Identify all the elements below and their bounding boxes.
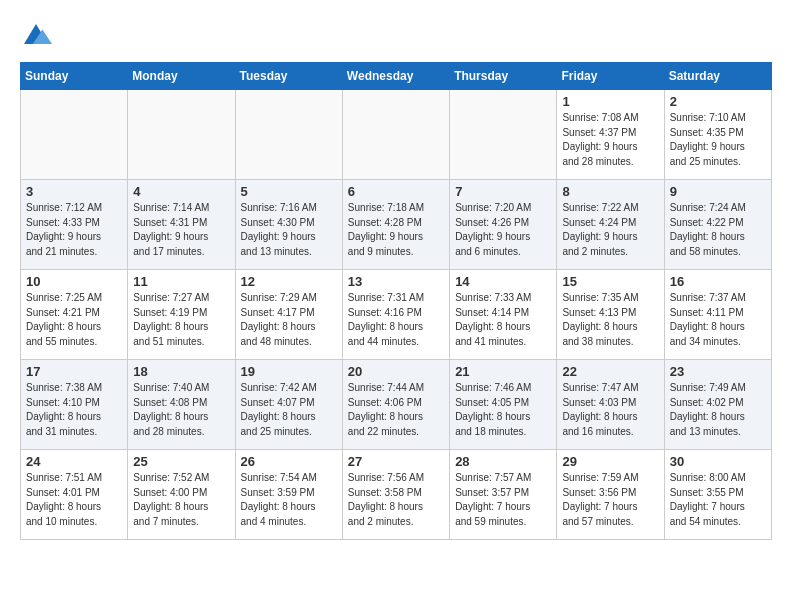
calendar-week: 17Sunrise: 7:38 AM Sunset: 4:10 PM Dayli… [21, 360, 772, 450]
day-number: 10 [26, 274, 122, 289]
day-info: Sunrise: 8:00 AM Sunset: 3:55 PM Dayligh… [670, 471, 766, 529]
calendar-day: 5Sunrise: 7:16 AM Sunset: 4:30 PM Daylig… [235, 180, 342, 270]
day-info: Sunrise: 7:51 AM Sunset: 4:01 PM Dayligh… [26, 471, 122, 529]
calendar-body: 1Sunrise: 7:08 AM Sunset: 4:37 PM Daylig… [21, 90, 772, 540]
day-number: 4 [133, 184, 229, 199]
day-info: Sunrise: 7:54 AM Sunset: 3:59 PM Dayligh… [241, 471, 337, 529]
day-info: Sunrise: 7:16 AM Sunset: 4:30 PM Dayligh… [241, 201, 337, 259]
calendar: SundayMondayTuesdayWednesdayThursdayFrid… [20, 62, 772, 540]
calendar-day: 3Sunrise: 7:12 AM Sunset: 4:33 PM Daylig… [21, 180, 128, 270]
day-info: Sunrise: 7:20 AM Sunset: 4:26 PM Dayligh… [455, 201, 551, 259]
day-number: 2 [670, 94, 766, 109]
day-info: Sunrise: 7:59 AM Sunset: 3:56 PM Dayligh… [562, 471, 658, 529]
day-number: 25 [133, 454, 229, 469]
day-number: 8 [562, 184, 658, 199]
day-info: Sunrise: 7:57 AM Sunset: 3:57 PM Dayligh… [455, 471, 551, 529]
calendar-day: 25Sunrise: 7:52 AM Sunset: 4:00 PM Dayli… [128, 450, 235, 540]
calendar-day: 29Sunrise: 7:59 AM Sunset: 3:56 PM Dayli… [557, 450, 664, 540]
calendar-day: 6Sunrise: 7:18 AM Sunset: 4:28 PM Daylig… [342, 180, 449, 270]
page-header [20, 20, 772, 52]
day-info: Sunrise: 7:29 AM Sunset: 4:17 PM Dayligh… [241, 291, 337, 349]
day-info: Sunrise: 7:22 AM Sunset: 4:24 PM Dayligh… [562, 201, 658, 259]
calendar-day [450, 90, 557, 180]
day-number: 3 [26, 184, 122, 199]
calendar-week: 1Sunrise: 7:08 AM Sunset: 4:37 PM Daylig… [21, 90, 772, 180]
day-info: Sunrise: 7:35 AM Sunset: 4:13 PM Dayligh… [562, 291, 658, 349]
day-info: Sunrise: 7:38 AM Sunset: 4:10 PM Dayligh… [26, 381, 122, 439]
day-info: Sunrise: 7:31 AM Sunset: 4:16 PM Dayligh… [348, 291, 444, 349]
calendar-day: 13Sunrise: 7:31 AM Sunset: 4:16 PM Dayli… [342, 270, 449, 360]
calendar-day: 11Sunrise: 7:27 AM Sunset: 4:19 PM Dayli… [128, 270, 235, 360]
day-number: 15 [562, 274, 658, 289]
day-number: 6 [348, 184, 444, 199]
day-info: Sunrise: 7:52 AM Sunset: 4:00 PM Dayligh… [133, 471, 229, 529]
weekday-header: Monday [128, 63, 235, 90]
calendar-day: 28Sunrise: 7:57 AM Sunset: 3:57 PM Dayli… [450, 450, 557, 540]
day-number: 7 [455, 184, 551, 199]
logo [20, 20, 56, 52]
calendar-day: 2Sunrise: 7:10 AM Sunset: 4:35 PM Daylig… [664, 90, 771, 180]
day-info: Sunrise: 7:46 AM Sunset: 4:05 PM Dayligh… [455, 381, 551, 439]
calendar-day: 17Sunrise: 7:38 AM Sunset: 4:10 PM Dayli… [21, 360, 128, 450]
day-info: Sunrise: 7:14 AM Sunset: 4:31 PM Dayligh… [133, 201, 229, 259]
day-number: 18 [133, 364, 229, 379]
calendar-day: 9Sunrise: 7:24 AM Sunset: 4:22 PM Daylig… [664, 180, 771, 270]
calendar-day: 7Sunrise: 7:20 AM Sunset: 4:26 PM Daylig… [450, 180, 557, 270]
day-number: 21 [455, 364, 551, 379]
day-number: 20 [348, 364, 444, 379]
day-number: 16 [670, 274, 766, 289]
calendar-day: 15Sunrise: 7:35 AM Sunset: 4:13 PM Dayli… [557, 270, 664, 360]
calendar-day [21, 90, 128, 180]
day-info: Sunrise: 7:18 AM Sunset: 4:28 PM Dayligh… [348, 201, 444, 259]
calendar-day: 4Sunrise: 7:14 AM Sunset: 4:31 PM Daylig… [128, 180, 235, 270]
day-info: Sunrise: 7:49 AM Sunset: 4:02 PM Dayligh… [670, 381, 766, 439]
day-info: Sunrise: 7:44 AM Sunset: 4:06 PM Dayligh… [348, 381, 444, 439]
day-number: 12 [241, 274, 337, 289]
day-info: Sunrise: 7:24 AM Sunset: 4:22 PM Dayligh… [670, 201, 766, 259]
calendar-day: 22Sunrise: 7:47 AM Sunset: 4:03 PM Dayli… [557, 360, 664, 450]
day-info: Sunrise: 7:25 AM Sunset: 4:21 PM Dayligh… [26, 291, 122, 349]
day-number: 14 [455, 274, 551, 289]
day-number: 22 [562, 364, 658, 379]
calendar-day: 21Sunrise: 7:46 AM Sunset: 4:05 PM Dayli… [450, 360, 557, 450]
calendar-week: 24Sunrise: 7:51 AM Sunset: 4:01 PM Dayli… [21, 450, 772, 540]
day-number: 27 [348, 454, 444, 469]
day-number: 17 [26, 364, 122, 379]
calendar-header: SundayMondayTuesdayWednesdayThursdayFrid… [21, 63, 772, 90]
calendar-day: 10Sunrise: 7:25 AM Sunset: 4:21 PM Dayli… [21, 270, 128, 360]
day-number: 13 [348, 274, 444, 289]
calendar-day: 27Sunrise: 7:56 AM Sunset: 3:58 PM Dayli… [342, 450, 449, 540]
calendar-day: 23Sunrise: 7:49 AM Sunset: 4:02 PM Dayli… [664, 360, 771, 450]
day-info: Sunrise: 7:42 AM Sunset: 4:07 PM Dayligh… [241, 381, 337, 439]
day-number: 26 [241, 454, 337, 469]
day-number: 28 [455, 454, 551, 469]
day-number: 29 [562, 454, 658, 469]
weekday-header: Sunday [21, 63, 128, 90]
weekday-header: Friday [557, 63, 664, 90]
calendar-day: 18Sunrise: 7:40 AM Sunset: 4:08 PM Dayli… [128, 360, 235, 450]
calendar-day: 20Sunrise: 7:44 AM Sunset: 4:06 PM Dayli… [342, 360, 449, 450]
weekday-header: Thursday [450, 63, 557, 90]
weekday-row: SundayMondayTuesdayWednesdayThursdayFrid… [21, 63, 772, 90]
day-info: Sunrise: 7:10 AM Sunset: 4:35 PM Dayligh… [670, 111, 766, 169]
calendar-day [342, 90, 449, 180]
day-info: Sunrise: 7:40 AM Sunset: 4:08 PM Dayligh… [133, 381, 229, 439]
day-number: 19 [241, 364, 337, 379]
weekday-header: Tuesday [235, 63, 342, 90]
day-info: Sunrise: 7:12 AM Sunset: 4:33 PM Dayligh… [26, 201, 122, 259]
day-number: 30 [670, 454, 766, 469]
calendar-week: 10Sunrise: 7:25 AM Sunset: 4:21 PM Dayli… [21, 270, 772, 360]
day-number: 11 [133, 274, 229, 289]
day-number: 9 [670, 184, 766, 199]
day-number: 5 [241, 184, 337, 199]
calendar-week: 3Sunrise: 7:12 AM Sunset: 4:33 PM Daylig… [21, 180, 772, 270]
weekday-header: Wednesday [342, 63, 449, 90]
calendar-day: 24Sunrise: 7:51 AM Sunset: 4:01 PM Dayli… [21, 450, 128, 540]
day-info: Sunrise: 7:08 AM Sunset: 4:37 PM Dayligh… [562, 111, 658, 169]
day-number: 1 [562, 94, 658, 109]
weekday-header: Saturday [664, 63, 771, 90]
day-info: Sunrise: 7:47 AM Sunset: 4:03 PM Dayligh… [562, 381, 658, 439]
calendar-day: 19Sunrise: 7:42 AM Sunset: 4:07 PM Dayli… [235, 360, 342, 450]
logo-icon [20, 20, 52, 52]
calendar-day [128, 90, 235, 180]
